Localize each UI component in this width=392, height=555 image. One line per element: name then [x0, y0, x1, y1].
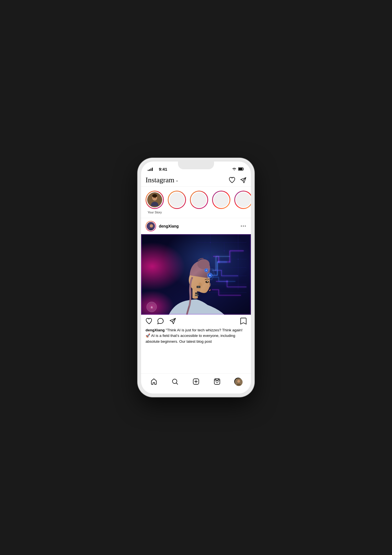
- svg-text:a: a: [151, 305, 153, 309]
- phone-screen: 9:41 Instagram ⌄: [141, 162, 251, 393]
- story-item-5[interactable]: [234, 191, 251, 214]
- phone-device: 9:41 Instagram ⌄: [138, 158, 254, 397]
- svg-point-6: [155, 197, 156, 198]
- nav-add[interactable]: [190, 375, 202, 388]
- nav-reels[interactable]: [211, 375, 223, 388]
- svg-point-35: [198, 286, 199, 288]
- svg-point-4: [152, 194, 157, 198]
- instagram-header: Instagram ⌄: [141, 174, 251, 187]
- story-ring-2: [168, 191, 186, 209]
- share-button[interactable]: [169, 318, 176, 324]
- story-item-4[interactable]: [212, 191, 230, 214]
- post-avatar: [146, 221, 156, 231]
- svg-rect-1: [239, 168, 243, 170]
- heart-icon[interactable]: [229, 177, 235, 183]
- post-caption: dengXiang "Think AI is just for tech whi…: [141, 326, 251, 348]
- your-story-avatar: [146, 191, 163, 208]
- search-icon: [172, 378, 178, 385]
- svg-point-56: [216, 380, 218, 383]
- stories-section: Your Story: [141, 187, 251, 218]
- header-icons: [229, 177, 246, 183]
- svg-point-59: [218, 379, 219, 380]
- post-username: dengXiang: [159, 224, 179, 228]
- svg-point-23: [210, 242, 211, 243]
- status-right: [232, 167, 244, 171]
- bottom-nav: [141, 374, 251, 393]
- reels-icon: [214, 378, 220, 385]
- logo-chevron-icon: ⌄: [175, 178, 179, 182]
- post-header: dengXiang ···: [141, 218, 251, 234]
- instagram-logo: Instagram: [146, 176, 174, 184]
- signal-icon: [148, 167, 153, 171]
- svg-rect-43: [195, 292, 198, 294]
- comment-button[interactable]: [157, 318, 164, 324]
- story-ring-5: [234, 191, 251, 209]
- bookmark-button[interactable]: [240, 317, 246, 325]
- svg-point-61: [237, 380, 240, 383]
- status-time: 9:41: [159, 167, 167, 171]
- caption-username[interactable]: dengXiang: [146, 328, 165, 332]
- battery-icon: [238, 167, 244, 171]
- post: dengXiang ···: [141, 218, 251, 348]
- nav-profile[interactable]: [232, 375, 244, 388]
- svg-rect-55: [214, 379, 220, 384]
- svg-point-5: [154, 197, 154, 198]
- your-story-ring: [146, 191, 164, 209]
- svg-point-30: [197, 259, 210, 269]
- story-ring-4: [212, 191, 230, 209]
- story-item-2[interactable]: [168, 191, 186, 214]
- nav-home[interactable]: [148, 375, 160, 388]
- story-avatar-4: [213, 191, 230, 208]
- story-avatar-5: [235, 191, 251, 208]
- svg-point-24: [224, 250, 225, 251]
- story-avatar-2: [169, 191, 185, 208]
- home-icon: [151, 378, 157, 385]
- svg-point-8: [150, 224, 153, 228]
- svg-point-32: [207, 281, 208, 282]
- profile-avatar: [234, 378, 242, 385]
- post-image: a: [141, 234, 251, 315]
- wifi-icon: [232, 167, 236, 171]
- svg-point-27: [229, 261, 230, 263]
- your-story-label: Your Story: [148, 211, 162, 214]
- svg-point-58: [215, 379, 216, 380]
- notch: [178, 162, 214, 169]
- svg-point-46: [197, 295, 198, 296]
- status-left: 9:41: [148, 167, 167, 171]
- story-item-3[interactable]: [190, 191, 208, 214]
- svg-point-45: [195, 295, 197, 296]
- post-more-button[interactable]: ···: [241, 223, 246, 229]
- post-user[interactable]: dengXiang: [146, 221, 179, 231]
- add-icon: [193, 378, 199, 385]
- svg-point-25: [238, 259, 239, 260]
- story-ring-3: [190, 191, 208, 209]
- nav-search[interactable]: [169, 375, 181, 388]
- story-avatar-3: [191, 191, 207, 208]
- story-your-story[interactable]: Your Story: [146, 191, 164, 214]
- post-actions-left: [146, 318, 176, 324]
- svg-line-51: [176, 383, 178, 384]
- send-icon[interactable]: [240, 177, 246, 183]
- like-button[interactable]: [146, 318, 153, 324]
- post-avatar-ring: [146, 221, 156, 231]
- post-actions: [141, 315, 251, 326]
